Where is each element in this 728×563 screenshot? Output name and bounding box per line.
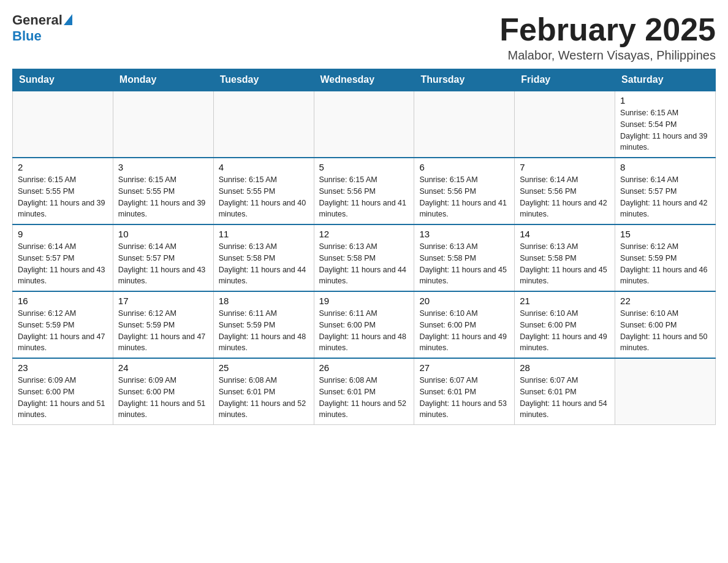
- day-number: 21: [520, 296, 610, 306]
- calendar-day-cell: [113, 91, 213, 158]
- day-info: Sunrise: 6:13 AM Sunset: 5:58 PM Dayligh…: [419, 241, 509, 287]
- calendar-day-cell: 14Sunrise: 6:13 AM Sunset: 5:58 PM Dayli…: [515, 224, 615, 291]
- day-info: Sunrise: 6:14 AM Sunset: 5:57 PM Dayligh…: [118, 241, 208, 287]
- calendar-day-cell: 12Sunrise: 6:13 AM Sunset: 5:58 PM Dayli…: [314, 224, 414, 291]
- calendar-header-cell: Saturday: [615, 69, 716, 91]
- day-info: Sunrise: 6:15 AM Sunset: 5:56 PM Dayligh…: [319, 174, 409, 220]
- day-number: 23: [18, 362, 108, 373]
- day-info: Sunrise: 6:07 AM Sunset: 6:01 PM Dayligh…: [419, 375, 509, 421]
- day-info: Sunrise: 6:13 AM Sunset: 5:58 PM Dayligh…: [219, 241, 309, 287]
- day-number: 6: [419, 162, 509, 172]
- day-info: Sunrise: 6:15 AM Sunset: 5:55 PM Dayligh…: [219, 174, 309, 220]
- calendar-header-cell: Sunday: [13, 69, 113, 91]
- calendar-table: SundayMondayTuesdayWednesdayThursdayFrid…: [12, 69, 716, 425]
- day-info: Sunrise: 6:10 AM Sunset: 6:00 PM Dayligh…: [419, 308, 509, 354]
- calendar-day-cell: [314, 91, 414, 158]
- calendar-day-cell: 6Sunrise: 6:15 AM Sunset: 5:56 PM Daylig…: [414, 158, 515, 224]
- day-info: Sunrise: 6:14 AM Sunset: 5:56 PM Dayligh…: [520, 174, 610, 220]
- day-info: Sunrise: 6:10 AM Sunset: 6:00 PM Dayligh…: [520, 308, 610, 354]
- calendar-day-cell: 16Sunrise: 6:12 AM Sunset: 5:59 PM Dayli…: [13, 291, 113, 358]
- calendar-week-row: 1Sunrise: 6:15 AM Sunset: 5:54 PM Daylig…: [13, 91, 716, 158]
- title-block: February 2025 Malabor, Western Visayas, …: [499, 12, 716, 63]
- calendar-day-cell: 7Sunrise: 6:14 AM Sunset: 5:56 PM Daylig…: [515, 158, 615, 224]
- logo: General Blue: [12, 12, 72, 44]
- day-number: 14: [520, 229, 610, 239]
- day-number: 25: [219, 362, 309, 373]
- day-number: 27: [419, 362, 509, 373]
- calendar-header-cell: Friday: [515, 69, 615, 91]
- day-number: 8: [620, 162, 710, 172]
- calendar-header-cell: Thursday: [414, 69, 515, 91]
- day-number: 10: [118, 229, 208, 239]
- calendar-day-cell: 5Sunrise: 6:15 AM Sunset: 5:56 PM Daylig…: [314, 158, 414, 224]
- calendar-week-row: 2Sunrise: 6:15 AM Sunset: 5:55 PM Daylig…: [13, 158, 716, 224]
- day-info: Sunrise: 6:15 AM Sunset: 5:54 PM Dayligh…: [620, 107, 710, 153]
- day-number: 4: [219, 162, 309, 172]
- calendar-day-cell: 1Sunrise: 6:15 AM Sunset: 5:54 PM Daylig…: [615, 91, 716, 158]
- day-number: 3: [118, 162, 208, 172]
- day-info: Sunrise: 6:11 AM Sunset: 5:59 PM Dayligh…: [219, 308, 309, 354]
- day-number: 1: [620, 95, 710, 105]
- day-number: 18: [219, 296, 309, 306]
- calendar-day-cell: 17Sunrise: 6:12 AM Sunset: 5:59 PM Dayli…: [113, 291, 213, 358]
- day-info: Sunrise: 6:08 AM Sunset: 6:01 PM Dayligh…: [319, 375, 409, 421]
- calendar-day-cell: 2Sunrise: 6:15 AM Sunset: 5:55 PM Daylig…: [13, 158, 113, 224]
- day-info: Sunrise: 6:10 AM Sunset: 6:00 PM Dayligh…: [620, 308, 710, 354]
- calendar-day-cell: 9Sunrise: 6:14 AM Sunset: 5:57 PM Daylig…: [13, 224, 113, 291]
- day-info: Sunrise: 6:08 AM Sunset: 6:01 PM Dayligh…: [219, 375, 309, 421]
- calendar-day-cell: 15Sunrise: 6:12 AM Sunset: 5:59 PM Dayli…: [615, 224, 716, 291]
- day-number: 5: [319, 162, 409, 172]
- calendar-header-cell: Monday: [113, 69, 213, 91]
- day-number: 7: [520, 162, 610, 172]
- day-info: Sunrise: 6:13 AM Sunset: 5:58 PM Dayligh…: [319, 241, 409, 287]
- calendar-day-cell: 10Sunrise: 6:14 AM Sunset: 5:57 PM Dayli…: [113, 224, 213, 291]
- calendar-day-cell: 24Sunrise: 6:09 AM Sunset: 6:00 PM Dayli…: [113, 358, 213, 425]
- calendar-day-cell: 18Sunrise: 6:11 AM Sunset: 5:59 PM Dayli…: [213, 291, 314, 358]
- calendar-day-cell: 20Sunrise: 6:10 AM Sunset: 6:00 PM Dayli…: [414, 291, 515, 358]
- day-number: 22: [620, 296, 710, 306]
- day-info: Sunrise: 6:13 AM Sunset: 5:58 PM Dayligh…: [520, 241, 610, 287]
- calendar-day-cell: 23Sunrise: 6:09 AM Sunset: 6:00 PM Dayli…: [13, 358, 113, 425]
- calendar-day-cell: [414, 91, 515, 158]
- day-info: Sunrise: 6:15 AM Sunset: 5:55 PM Dayligh…: [18, 174, 108, 220]
- calendar-day-cell: 11Sunrise: 6:13 AM Sunset: 5:58 PM Dayli…: [213, 224, 314, 291]
- calendar-week-row: 16Sunrise: 6:12 AM Sunset: 5:59 PM Dayli…: [13, 291, 716, 358]
- calendar-day-cell: 22Sunrise: 6:10 AM Sunset: 6:00 PM Dayli…: [615, 291, 716, 358]
- calendar-day-cell: 8Sunrise: 6:14 AM Sunset: 5:57 PM Daylig…: [615, 158, 716, 224]
- calendar-day-cell: 26Sunrise: 6:08 AM Sunset: 6:01 PM Dayli…: [314, 358, 414, 425]
- day-number: 20: [419, 296, 509, 306]
- day-number: 2: [18, 162, 108, 172]
- day-number: 13: [419, 229, 509, 239]
- day-number: 9: [18, 229, 108, 239]
- calendar-week-row: 23Sunrise: 6:09 AM Sunset: 6:00 PM Dayli…: [13, 358, 716, 425]
- calendar-day-cell: 4Sunrise: 6:15 AM Sunset: 5:55 PM Daylig…: [213, 158, 314, 224]
- calendar-day-cell: [13, 91, 113, 158]
- calendar-day-cell: 21Sunrise: 6:10 AM Sunset: 6:00 PM Dayli…: [515, 291, 615, 358]
- day-number: 15: [620, 229, 710, 239]
- day-info: Sunrise: 6:12 AM Sunset: 5:59 PM Dayligh…: [118, 308, 208, 354]
- calendar-week-row: 9Sunrise: 6:14 AM Sunset: 5:57 PM Daylig…: [13, 224, 716, 291]
- day-info: Sunrise: 6:15 AM Sunset: 5:55 PM Dayligh…: [118, 174, 208, 220]
- logo-general-text: General: [12, 12, 63, 28]
- calendar-header-cell: Tuesday: [213, 69, 314, 91]
- day-info: Sunrise: 6:12 AM Sunset: 5:59 PM Dayligh…: [18, 308, 108, 354]
- calendar-header: SundayMondayTuesdayWednesdayThursdayFrid…: [13, 69, 716, 91]
- day-info: Sunrise: 6:12 AM Sunset: 5:59 PM Dayligh…: [620, 241, 710, 287]
- calendar-day-cell: 19Sunrise: 6:11 AM Sunset: 6:00 PM Dayli…: [314, 291, 414, 358]
- calendar-day-cell: 13Sunrise: 6:13 AM Sunset: 5:58 PM Dayli…: [414, 224, 515, 291]
- day-info: Sunrise: 6:09 AM Sunset: 6:00 PM Dayligh…: [18, 375, 108, 421]
- calendar-day-cell: [615, 358, 716, 425]
- day-number: 12: [319, 229, 409, 239]
- day-info: Sunrise: 6:15 AM Sunset: 5:56 PM Dayligh…: [419, 174, 509, 220]
- day-info: Sunrise: 6:07 AM Sunset: 6:01 PM Dayligh…: [520, 375, 610, 421]
- calendar-day-cell: [515, 91, 615, 158]
- calendar-day-cell: 27Sunrise: 6:07 AM Sunset: 6:01 PM Dayli…: [414, 358, 515, 425]
- day-number: 28: [520, 362, 610, 373]
- location-subtitle: Malabor, Western Visayas, Philippines: [499, 48, 716, 63]
- day-info: Sunrise: 6:14 AM Sunset: 5:57 PM Dayligh…: [620, 174, 710, 220]
- day-number: 16: [18, 296, 108, 306]
- day-number: 26: [319, 362, 409, 373]
- logo-triangle-icon: [64, 14, 72, 25]
- day-number: 11: [219, 229, 309, 239]
- day-info: Sunrise: 6:14 AM Sunset: 5:57 PM Dayligh…: [18, 241, 108, 287]
